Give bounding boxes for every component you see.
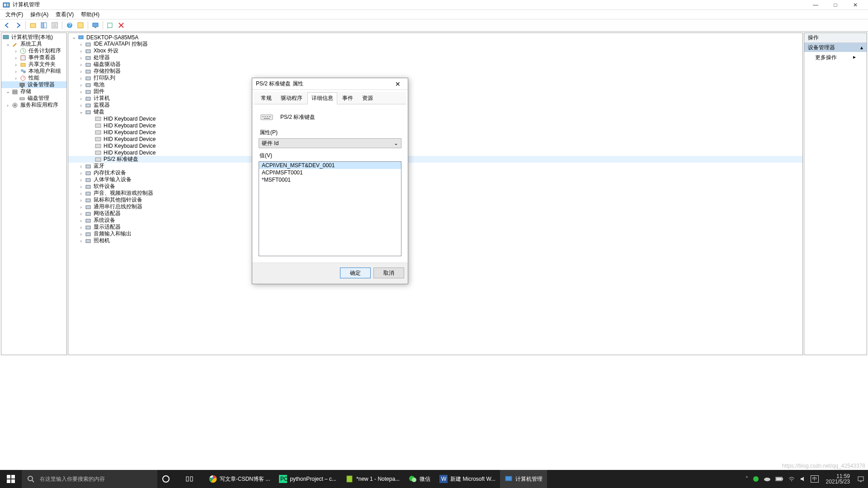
- expand-icon[interactable]: ›: [78, 204, 84, 210]
- device-node[interactable]: ›电池: [68, 81, 802, 88]
- device-node[interactable]: ›音频输入和输出: [68, 230, 802, 237]
- show-hide-tree-button[interactable]: [39, 20, 49, 30]
- tree-shared-folders[interactable]: ›共享文件夹: [1, 61, 66, 68]
- list-item[interactable]: ACPI\MSFT0001: [259, 169, 401, 176]
- device-node[interactable]: HID Keyboard Device: [68, 122, 802, 129]
- properties-button[interactable]: [50, 20, 60, 30]
- expand-icon[interactable]: ›: [78, 103, 84, 108]
- expand-icon[interactable]: ›: [78, 75, 84, 81]
- expand-icon[interactable]: ›: [78, 191, 84, 196]
- tray-onedrive-icon[interactable]: [764, 476, 771, 482]
- minimize-button[interactable]: —: [806, 0, 826, 10]
- tray-battery-icon[interactable]: [775, 476, 783, 482]
- property-select[interactable]: 硬件 Id ⌄: [259, 138, 401, 148]
- expand-icon[interactable]: ⌄: [5, 89, 10, 94]
- taskbar-app[interactable]: W新建 Microsoft W...: [435, 470, 500, 488]
- device-node[interactable]: ›声音、视频和游戏控制器: [68, 190, 802, 197]
- device-node[interactable]: ›存储控制器: [68, 68, 802, 75]
- tray-wechat-icon[interactable]: [753, 476, 759, 482]
- device-node[interactable]: ›鼠标和其他指针设备: [68, 197, 802, 203]
- up-button[interactable]: [28, 20, 38, 30]
- expand-icon[interactable]: ›: [78, 197, 84, 203]
- close-button[interactable]: ✕: [845, 0, 865, 10]
- expand-icon[interactable]: ⌄: [5, 41, 10, 47]
- expand-icon[interactable]: ›: [13, 69, 19, 74]
- tray-ime-icon[interactable]: 中: [811, 475, 819, 483]
- device-node[interactable]: HID Keyboard Device: [68, 115, 802, 122]
- list-item[interactable]: ACPI\VEN_MSFT&DEV_0001: [259, 162, 401, 169]
- expand-icon[interactable]: ›: [78, 96, 84, 101]
- taskbar-search[interactable]: 在这里输入你要搜索的内容: [22, 470, 157, 488]
- expand-icon[interactable]: ›: [78, 211, 84, 216]
- expand-icon[interactable]: ›: [13, 75, 19, 81]
- tab-resources[interactable]: 资源: [358, 92, 377, 104]
- device-node[interactable]: HID Keyboard Device: [68, 149, 802, 156]
- cancel-button[interactable]: 取消: [373, 267, 404, 278]
- expand-icon[interactable]: ›: [78, 89, 84, 94]
- expand-icon[interactable]: ›: [78, 177, 84, 183]
- device-node[interactable]: ›Xbox 外设: [68, 47, 802, 54]
- device-node[interactable]: ›IDE ATA/ATAPI 控制器: [68, 41, 802, 47]
- menu-view[interactable]: 查看(V): [52, 10, 77, 19]
- expand-icon[interactable]: ›: [78, 42, 84, 47]
- device-node[interactable]: HID Keyboard Device: [68, 142, 802, 149]
- help-button[interactable]: ?: [65, 20, 75, 30]
- maximize-button[interactable]: □: [826, 0, 845, 10]
- cortana-button[interactable]: [157, 470, 181, 488]
- device-node[interactable]: HID Keyboard Device: [68, 136, 802, 142]
- expand-icon[interactable]: ›: [78, 55, 84, 61]
- start-button[interactable]: [0, 470, 22, 488]
- actions-sub[interactable]: 设备管理器 ▴: [804, 43, 867, 52]
- tab-general[interactable]: 常规: [257, 92, 276, 104]
- ok-button[interactable]: 确定: [340, 267, 371, 278]
- expand-icon[interactable]: ›: [78, 225, 84, 230]
- back-button[interactable]: [2, 20, 12, 30]
- expand-icon[interactable]: ›: [78, 82, 84, 88]
- expand-icon[interactable]: ⌄: [78, 109, 84, 115]
- expand-icon[interactable]: ›: [78, 170, 84, 176]
- device-tree[interactable]: ⌄DESKTOP-SA85M5A ›IDE ATA/ATAPI 控制器›Xbox…: [68, 33, 802, 245]
- expand-icon[interactable]: ›: [78, 238, 84, 244]
- menu-help[interactable]: 帮助(H): [77, 10, 103, 19]
- tree-services[interactable]: ›服务和应用程序: [1, 102, 66, 108]
- list-item[interactable]: *MSFT0001: [259, 176, 401, 183]
- management-tree[interactable]: 计算机管理(本地) ⌄ 系统工具 ›任务计划程序 ›事件查看器 ›共享文件夹 ›…: [1, 33, 66, 109]
- system-tray[interactable]: ˄ 中 11:59 2021/5/23: [742, 474, 868, 484]
- device-node[interactable]: ›人体学输入设备: [68, 176, 802, 183]
- device-root[interactable]: ⌄DESKTOP-SA85M5A: [68, 34, 802, 41]
- taskbar-app[interactable]: 写文章-CSDN博客 ...: [204, 470, 274, 488]
- expand-icon[interactable]: ›: [78, 218, 84, 223]
- tree-performance[interactable]: ›性能: [1, 75, 66, 81]
- dialog-close-button[interactable]: ✕: [392, 79, 404, 89]
- device-node[interactable]: PS/2 标准键盘: [68, 156, 802, 163]
- device-node[interactable]: ›系统设备: [68, 217, 802, 224]
- tree-system-tools[interactable]: ⌄ 系统工具: [1, 41, 66, 47]
- task-view-button[interactable]: [181, 470, 204, 488]
- tab-driver[interactable]: 驱动程序: [277, 92, 307, 104]
- expand-icon[interactable]: ⌄: [71, 34, 76, 40]
- device-node[interactable]: ›网络适配器: [68, 210, 802, 217]
- device-node[interactable]: ›内存技术设备: [68, 169, 802, 176]
- dialog-title-bar[interactable]: PS/2 标准键盘 属性 ✕: [252, 78, 408, 90]
- device-node[interactable]: ⌄键盘: [68, 108, 802, 115]
- taskbar-app[interactable]: 计算机管理: [500, 470, 547, 488]
- tree-disk-management[interactable]: 磁盘管理: [1, 95, 66, 102]
- scan-button[interactable]: [105, 20, 115, 30]
- expand-icon[interactable]: ›: [78, 69, 84, 74]
- expand-icon[interactable]: ›: [13, 55, 19, 61]
- device-node[interactable]: HID Keyboard Device: [68, 129, 802, 136]
- device-node[interactable]: ›显示适配器: [68, 224, 802, 230]
- tray-volume-icon[interactable]: [800, 476, 806, 482]
- device-node[interactable]: ›照相机: [68, 237, 802, 244]
- expand-icon[interactable]: ›: [13, 48, 19, 54]
- expand-icon[interactable]: ›: [13, 62, 19, 67]
- expand-icon[interactable]: ›: [78, 164, 84, 169]
- expand-icon[interactable]: ›: [78, 48, 84, 54]
- forward-button[interactable]: [13, 20, 23, 30]
- tree-task-scheduler[interactable]: ›任务计划程序: [1, 47, 66, 54]
- device-node[interactable]: ›蓝牙: [68, 163, 802, 169]
- device-node[interactable]: ›监视器: [68, 102, 802, 108]
- tab-details[interactable]: 详细信息: [307, 92, 337, 104]
- expand-icon[interactable]: ›: [78, 184, 84, 189]
- tray-notifications-icon[interactable]: [857, 475, 864, 483]
